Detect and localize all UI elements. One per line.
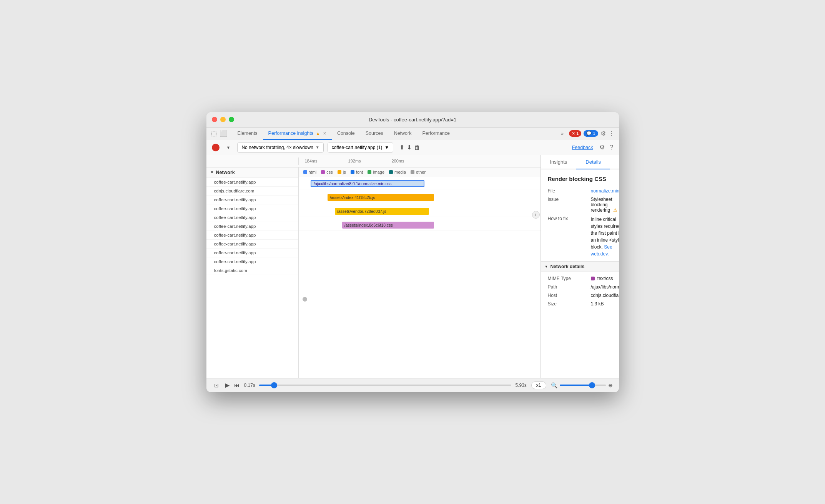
- tab-bar: ⬚ ⬜ Elements Performance insights ▲ ✕ Co…: [206, 128, 619, 140]
- minimize-button[interactable]: [220, 117, 226, 122]
- table-row[interactable]: /assets/index.41f18c2b.js: [299, 192, 541, 203]
- toolbar-icons: » ✕ 1 💬 1 ⚙ ⋮: [558, 129, 614, 138]
- rewind-button[interactable]: ⏮: [234, 382, 240, 388]
- list-item[interactable]: fonts.gstatic.com: [206, 266, 298, 275]
- zoom-out-icon[interactable]: 🔍: [551, 382, 557, 388]
- upload-icon[interactable]: ⬆: [399, 144, 404, 151]
- feedback-button[interactable]: Feedback: [572, 145, 593, 150]
- tab-warning-icon: ▲: [316, 131, 320, 136]
- network-domain-list: ▼ Network coffee-cart.netlify.app cdnjs.…: [206, 167, 299, 378]
- play-button[interactable]: ▶: [225, 381, 230, 389]
- list-item[interactable]: coffee-cart.netlify.app: [206, 222, 298, 231]
- image-dot: [368, 170, 371, 174]
- table-row[interactable]: /assets/vendor.728ed0d7.js: [299, 206, 541, 217]
- inspect-icon[interactable]: ⬜: [220, 130, 228, 137]
- settings-gear-icon[interactable]: ⚙: [599, 144, 605, 151]
- main-content: 184ms 192ms 200ms ▼ Network coffee-cart.…: [206, 155, 619, 378]
- tab-console[interactable]: Console: [332, 128, 360, 140]
- css-dot: [321, 170, 325, 174]
- titlebar: DevTools - coffee-cart.netlify.app/?ad=1: [206, 112, 619, 128]
- tab-network[interactable]: Network: [389, 128, 417, 140]
- path-value: /ajax/libs/normalize/8.0.1/normalize.min…: [591, 284, 619, 290]
- zoom-in-icon[interactable]: ⊕: [608, 382, 613, 388]
- waterfall-bar-vendorjs[interactable]: /assets/vendor.728ed0d7.js: [335, 208, 429, 215]
- path-label: Path: [548, 284, 586, 290]
- host-value: cdnjs.cloudflare.com: [591, 293, 619, 298]
- tab-performance[interactable]: Performance: [417, 128, 455, 140]
- download-icon[interactable]: ⬇: [407, 144, 412, 151]
- zoom-fill: [560, 385, 592, 386]
- how-to-fix-value: Inline critical styles required for the …: [591, 216, 619, 257]
- legend-image: image: [368, 170, 384, 174]
- more-options-icon[interactable]: ⋮: [608, 130, 614, 137]
- how-to-fix-label: How to fix: [548, 216, 586, 257]
- waterfall-bar-normalize[interactable]: /ajax/libs/normalize/8.0.1/normalize.min…: [311, 180, 424, 187]
- list-item[interactable]: coffee-cart.netlify.app: [206, 231, 298, 240]
- tick-184: 184ms: [305, 159, 318, 163]
- network-header[interactable]: ▼ Network: [206, 167, 298, 178]
- left-panel: 184ms 192ms 200ms ▼ Network coffee-cart.…: [206, 155, 541, 378]
- cursor-icon[interactable]: ⬚: [211, 130, 217, 137]
- list-item[interactable]: coffee-cart.netlify.app: [206, 213, 298, 222]
- network-content: ▼ Network coffee-cart.netlify.app cdnjs.…: [206, 167, 541, 378]
- throttle-dropdown[interactable]: No network throttling, 4× slowdown ▼: [237, 143, 323, 153]
- time-range: 0.17s 5.93s: [244, 383, 527, 388]
- tab-elements[interactable]: Elements: [232, 128, 263, 140]
- media-dot: [389, 170, 393, 174]
- bottom-bar: ⊡ ▶ ⏮ 0.17s 5.93s x1 🔍 ⊕: [206, 378, 619, 392]
- devtools-window: DevTools - coffee-cart.netlify.app/?ad=1…: [206, 112, 619, 392]
- list-item[interactable]: coffee-cart.netlify.app: [206, 249, 298, 257]
- close-button[interactable]: [212, 117, 217, 122]
- tab-performance-insights[interactable]: Performance insights ▲ ✕: [263, 128, 332, 140]
- screenshot-view-button[interactable]: ⊡: [213, 381, 220, 390]
- legend-font: font: [351, 170, 363, 174]
- js-dot: [338, 170, 341, 174]
- list-item[interactable]: coffee-cart.netlify.app: [206, 196, 298, 204]
- list-item[interactable]: coffee-cart.netlify.app: [206, 240, 298, 249]
- tab-close-icon[interactable]: ✕: [323, 131, 326, 136]
- record-button[interactable]: [212, 144, 220, 151]
- zoom-slider: 🔍 ⊕: [551, 382, 613, 388]
- error-badge: ✕ 1: [569, 130, 581, 137]
- settings-icon[interactable]: ⚙: [600, 130, 606, 137]
- action-bar: ▼ No network throttling, 4× slowdown ▼ c…: [206, 140, 619, 155]
- tick-200: 200ms: [392, 159, 404, 163]
- file-link[interactable]: normalize.min.css: [591, 188, 619, 194]
- list-item[interactable]: coffee-cart.netlify.app: [206, 204, 298, 213]
- legend-html: html: [303, 170, 317, 174]
- help-icon[interactable]: ?: [610, 144, 614, 151]
- timeline-header: 184ms 192ms 200ms: [206, 155, 541, 167]
- tab-insights[interactable]: Insights: [541, 155, 577, 169]
- expand-button[interactable]: ›: [532, 211, 540, 219]
- url-dropdown[interactable]: coffee-cart.netlify.app (1) ▼: [328, 143, 394, 153]
- network-details-section[interactable]: ▼ Network details: [541, 261, 619, 272]
- list-item[interactable]: coffee-cart.netlify.app: [206, 257, 298, 266]
- chevron-down-icon: ▼: [384, 145, 389, 150]
- size-value: 1.3 kB: [591, 301, 619, 307]
- list-item[interactable]: coffee-cart.netlify.app: [206, 178, 298, 187]
- tab-sources[interactable]: Sources: [360, 128, 389, 140]
- maximize-button[interactable]: [229, 117, 234, 122]
- list-item[interactable]: cdnjs.cloudflare.com: [206, 187, 298, 196]
- tab-details[interactable]: Details: [576, 155, 610, 169]
- right-panel: Insights Details Render blocking CSS Fil…: [541, 155, 619, 378]
- waterfall-bar-indexjs[interactable]: /assets/index.41f18c2b.js: [328, 194, 434, 201]
- slider-thumb[interactable]: [271, 382, 277, 388]
- zoom-thumb[interactable]: [589, 382, 595, 388]
- waterfall-bar-indexcss[interactable]: /assets/index.8d6c6f18.css: [342, 222, 434, 229]
- record-dropdown-button[interactable]: ▼: [223, 144, 234, 151]
- host-label: Host: [548, 293, 586, 298]
- table-row[interactable]: /ajax/libs/normalize/8.0.1/normalize.min…: [299, 179, 541, 189]
- legend-js: js: [338, 170, 346, 174]
- issue-value: Stylesheet blocking rendering ⚠: [591, 197, 619, 213]
- zoom-track[interactable]: [560, 385, 606, 386]
- speed-button[interactable]: x1: [531, 381, 546, 389]
- more-tabs-button[interactable]: »: [558, 129, 567, 138]
- delete-icon[interactable]: 🗑: [414, 144, 420, 151]
- timeline-slider[interactable]: [259, 385, 512, 386]
- file-value: normalize.min.css: [591, 188, 619, 194]
- window-title: DevTools - coffee-cart.netlify.app/?ad=1: [369, 117, 456, 123]
- table-row[interactable]: /assets/index.8d6c6f18.css: [299, 220, 541, 231]
- mime-type-value: text/css: [591, 276, 619, 281]
- scrollbar-thumb[interactable]: [303, 297, 307, 302]
